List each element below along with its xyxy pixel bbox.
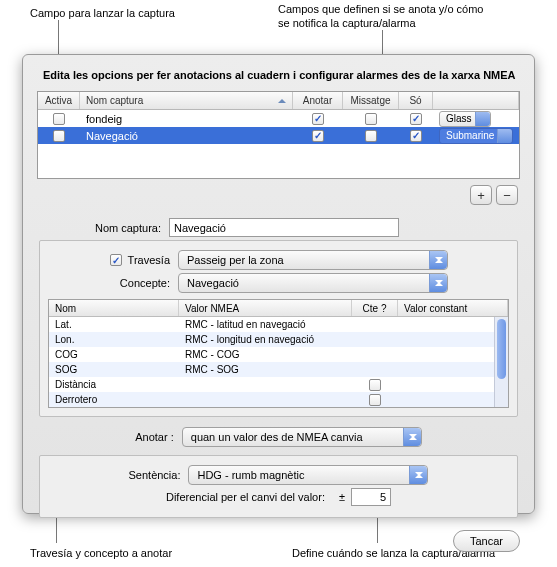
col-nom[interactable]: Nom captura (80, 92, 293, 109)
label-nom: Nom captura: (39, 222, 169, 234)
col2-val[interactable]: Valor NMEA (179, 300, 352, 316)
scrollbar[interactable] (494, 317, 508, 407)
so-checkbox[interactable] (410, 130, 422, 142)
add-button[interactable]: + (470, 185, 492, 205)
col-activa[interactable]: Activa (38, 92, 80, 109)
diferencial-input[interactable] (351, 488, 391, 506)
col2-cte[interactable]: Cte ? (352, 300, 398, 316)
col-anotar[interactable]: Anotar (293, 92, 343, 109)
scrollbar-thumb[interactable] (497, 319, 506, 379)
activa-checkbox[interactable] (53, 113, 65, 125)
nom-input[interactable] (169, 218, 399, 237)
cte-checkbox[interactable] (369, 379, 381, 391)
col-missatge[interactable]: Missatge (343, 92, 399, 109)
anotar-checkbox[interactable] (312, 113, 324, 125)
values-table[interactable]: Nom Valor NMEA Cte ? Valor constant Lat.… (48, 299, 509, 408)
sound-select[interactable]: Glass (439, 111, 491, 127)
col-sound-select (433, 92, 519, 109)
remove-button[interactable]: − (496, 185, 518, 205)
table-row[interactable]: Navegació Submarine (38, 127, 519, 144)
anotar-select[interactable]: quan un valor des de NMEA canvia (182, 427, 422, 447)
row-name: Navegació (80, 127, 293, 144)
callout-top-left: Campo para lanzar la captura (30, 6, 175, 20)
travesia-select[interactable]: Passeig per la zona (178, 250, 448, 270)
missatge-checkbox[interactable] (365, 113, 377, 125)
sentencia-select[interactable]: HDG - rumb magnètic (188, 465, 428, 485)
travesia-checkbox[interactable] (110, 254, 122, 266)
label-travesia: Travesía (128, 254, 170, 266)
label-sentencia: Sentència: (129, 469, 189, 481)
group-travesia-concepte: Travesía Passeig per la zona Concepte: N… (39, 240, 518, 417)
activa-checkbox[interactable] (53, 130, 65, 142)
dialog-window: Edita les opcions per fer anotacions al … (22, 54, 535, 514)
table-header: Activa Nom captura Anotar Missatge Só (38, 92, 519, 110)
close-button[interactable]: Tancar (453, 530, 520, 552)
table-row[interactable]: fondeig Glass (38, 110, 519, 127)
callout-top-right: Campos que definen si se anota y/o cómo … (278, 2, 483, 31)
col-so[interactable]: Só (399, 92, 433, 109)
so-checkbox[interactable] (410, 113, 422, 125)
col2-nom[interactable]: Nom (49, 300, 179, 316)
plus-minus: ± (339, 491, 345, 503)
label-anotar: Anotar : (135, 431, 182, 443)
label-diferencial: Diferencial per el canvi del valor: (166, 491, 333, 503)
captures-table[interactable]: Activa Nom captura Anotar Missatge Só fo… (37, 91, 520, 179)
missatge-checkbox[interactable] (365, 130, 377, 142)
col2-const[interactable]: Valor constant (398, 300, 508, 316)
concepte-select[interactable]: Navegació (178, 273, 448, 293)
anotar-checkbox[interactable] (312, 130, 324, 142)
sound-select[interactable]: Submarine (439, 128, 513, 144)
label-concepte: Concepte: (48, 277, 178, 289)
row-name: fondeig (80, 110, 293, 127)
dialog-title: Edita les opcions per fer anotacions al … (43, 69, 520, 81)
cte-checkbox[interactable] (369, 394, 381, 406)
